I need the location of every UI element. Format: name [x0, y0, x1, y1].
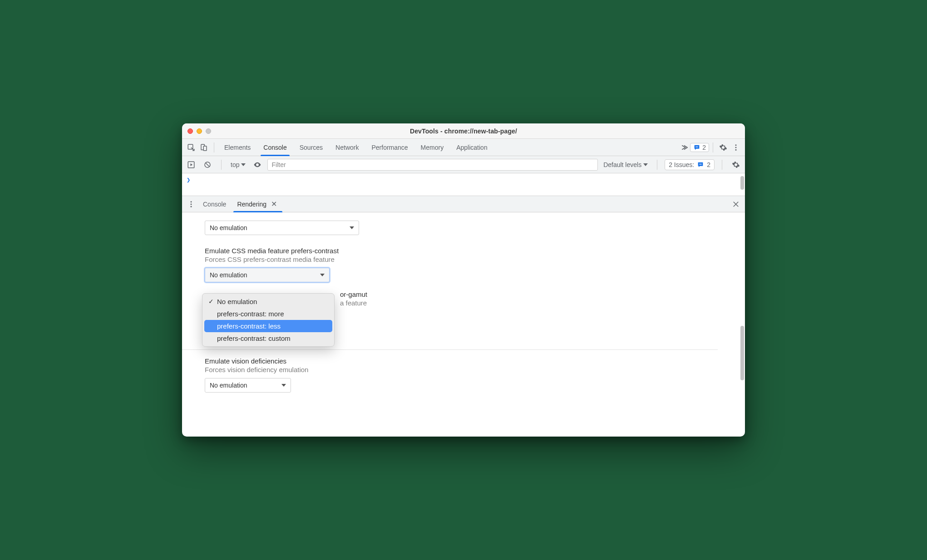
chevron-down-icon — [241, 161, 246, 168]
chevron-down-icon — [281, 382, 286, 389]
prefers-contrast-group: Emulate CSS media feature prefers-contra… — [205, 247, 745, 282]
kebab-menu-icon[interactable] — [730, 141, 742, 154]
more-tabs-icon[interactable] — [677, 141, 690, 154]
option-label: prefers-contrast: less — [217, 322, 281, 330]
select-value: No emulation — [210, 224, 247, 231]
select-value: No emulation — [210, 271, 247, 279]
svg-rect-2 — [203, 146, 207, 151]
console-settings-icon[interactable] — [730, 158, 742, 171]
minimize-window-button[interactable] — [197, 128, 202, 134]
svg-point-4 — [735, 144, 737, 146]
window-title: DevTools - chrome://new-tab-page/ — [182, 128, 745, 135]
tab-elements[interactable]: Elements — [218, 139, 257, 156]
issues-chip[interactable]: 2 — [690, 143, 709, 152]
issues-label: 2 Issues: — [669, 161, 694, 168]
issues-count: 2 — [702, 144, 706, 151]
close-tab-icon[interactable]: ✕ — [269, 200, 279, 208]
vision-deficiency-select[interactable]: No emulation — [205, 378, 291, 393]
toolbar-divider — [713, 142, 713, 152]
toolbar-divider — [657, 160, 657, 170]
dropdown-option[interactable]: prefers-contrast: more — [204, 308, 332, 320]
svg-rect-3 — [696, 147, 698, 147]
field-label: Emulate vision deficiencies — [205, 357, 745, 365]
drawer-tab-console[interactable]: Console — [197, 196, 232, 212]
device-toolbar-icon[interactable] — [197, 141, 210, 154]
tab-performance[interactable]: Performance — [365, 139, 414, 156]
option-label: prefers-contrast: custom — [217, 334, 291, 342]
drawer-menu-icon[interactable] — [185, 198, 197, 211]
tab-label: Network — [335, 144, 359, 151]
message-icon — [693, 144, 700, 151]
chevron-down-icon — [350, 224, 354, 231]
rendering-select-prev[interactable]: No emulation — [205, 221, 359, 235]
context-label: top — [231, 161, 239, 168]
levels-label: Default levels — [603, 161, 641, 168]
dropdown-option[interactable]: prefers-contrast: less — [204, 320, 332, 332]
toolbar-divider — [221, 160, 222, 170]
dropdown-option[interactable]: prefers-contrast: custom — [204, 332, 332, 344]
dropdown-option[interactable]: No emulation — [204, 295, 332, 308]
message-icon — [697, 161, 704, 168]
execution-context-selector[interactable]: top — [229, 161, 247, 168]
svg-point-11 — [191, 203, 192, 205]
select-value: No emulation — [210, 382, 247, 389]
titlebar: DevTools - chrome://new-tab-page/ — [182, 123, 745, 139]
scrollbar-thumb[interactable] — [740, 326, 744, 380]
svg-point-5 — [735, 147, 737, 148]
main-toolbar: Elements Console Sources Network Perform… — [182, 139, 745, 156]
tab-label: Rendering — [237, 201, 266, 208]
toolbar-divider — [214, 142, 214, 152]
option-label: No emulation — [217, 298, 257, 305]
tab-console[interactable]: Console — [257, 139, 293, 156]
chevron-down-icon — [643, 161, 648, 168]
tab-label: Console — [263, 144, 286, 151]
svg-rect-9 — [700, 164, 702, 164]
issues-count: 2 — [707, 161, 710, 168]
tab-label: Application — [456, 144, 488, 151]
devtools-window: DevTools - chrome://new-tab-page/ Elemen… — [182, 123, 745, 437]
tab-label: Memory — [421, 144, 444, 151]
tab-network[interactable]: Network — [329, 139, 365, 156]
svg-point-6 — [735, 149, 737, 150]
field-desc: Forces CSS prefers-contrast media featur… — [205, 255, 745, 263]
tab-label: Elements — [224, 144, 251, 151]
drawer-toolbar: Console Rendering ✕ — [182, 196, 745, 212]
section-divider — [182, 349, 718, 350]
rendering-panel: No emulation Emulate CSS media feature p… — [182, 212, 745, 437]
field-desc: Forces vision deficiency emulation — [205, 366, 745, 373]
zoom-window-button[interactable] — [206, 128, 211, 134]
svg-point-12 — [191, 206, 192, 207]
toolbar-divider — [722, 160, 722, 170]
issues-pill[interactable]: 2 Issues: 2 — [665, 159, 715, 170]
chevron-down-icon — [320, 271, 325, 279]
scrollbar-thumb[interactable] — [740, 176, 744, 190]
inspect-element-icon[interactable] — [185, 141, 197, 154]
filter-input[interactable] — [267, 159, 598, 171]
tab-label: Console — [203, 201, 226, 208]
tab-sources[interactable]: Sources — [293, 139, 329, 156]
field-label: Emulate CSS media feature prefers-contra… — [205, 247, 745, 255]
svg-point-10 — [191, 201, 192, 202]
prefers-contrast-select[interactable]: No emulation — [205, 268, 330, 282]
eye-icon[interactable] — [251, 158, 264, 171]
settings-icon[interactable] — [717, 141, 730, 154]
play-history-icon[interactable] — [185, 158, 197, 171]
tab-label: Performance — [371, 144, 408, 151]
close-window-button[interactable] — [187, 128, 193, 134]
console-prompt-icon: ❯ — [187, 176, 190, 183]
clear-console-icon[interactable] — [201, 158, 214, 171]
prefers-contrast-dropdown: No emulation prefers-contrast: more pref… — [202, 293, 335, 347]
log-levels-selector[interactable]: Default levels — [602, 161, 650, 168]
tab-memory[interactable]: Memory — [414, 139, 450, 156]
drawer-tab-rendering[interactable]: Rendering ✕ — [232, 196, 284, 212]
option-label: prefers-contrast: more — [217, 310, 284, 318]
tab-application[interactable]: Application — [450, 139, 494, 156]
close-drawer-icon[interactable] — [730, 198, 742, 211]
console-filter-bar: top Default levels 2 Issues: 2 — [182, 156, 745, 173]
window-controls — [187, 128, 211, 134]
vision-deficiency-group: Emulate vision deficiencies Forces visio… — [205, 357, 745, 393]
tab-label: Sources — [300, 144, 323, 151]
console-output[interactable]: ❯ — [182, 173, 745, 196]
